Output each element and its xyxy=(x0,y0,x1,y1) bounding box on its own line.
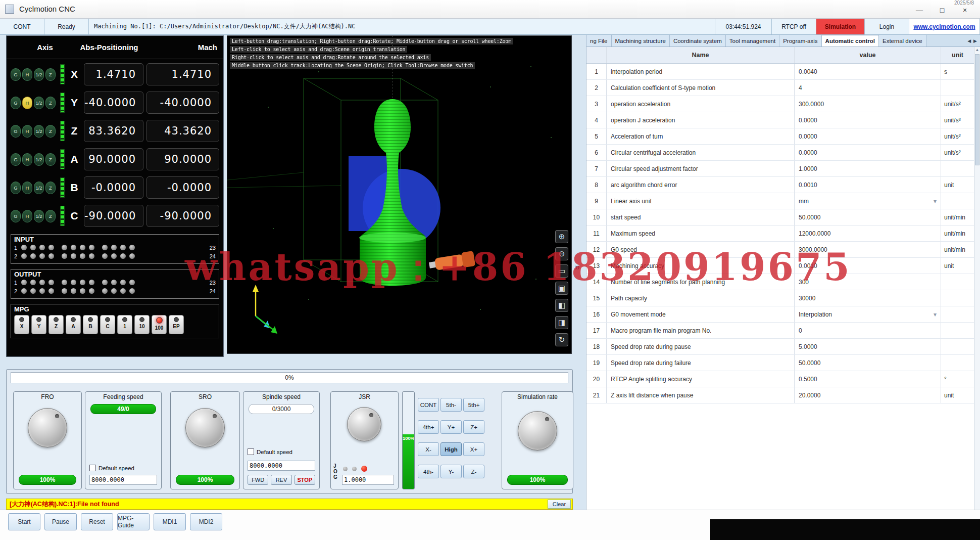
jog-button-high[interactable]: High xyxy=(440,442,462,456)
spindle-fwd-button[interactable]: FWD xyxy=(248,475,268,485)
mpg-button-1[interactable]: 1 xyxy=(117,315,132,334)
zoom-out-icon[interactable]: ⊖ xyxy=(555,247,568,260)
jog-speed-slider[interactable]: 100% xyxy=(402,391,415,489)
tab-coordinate-system[interactable]: Coordinate system xyxy=(670,35,726,47)
panel-collapse-handle[interactable]: » xyxy=(575,262,580,273)
mpg-button-10[interactable]: 10 xyxy=(134,315,150,334)
simulation-toggle[interactable]: Simulation xyxy=(816,19,865,34)
axis-y-mini-button-3[interactable]: Z xyxy=(45,97,56,109)
parameter-value[interactable]: 5.0000 xyxy=(795,339,941,354)
view-side-icon[interactable]: ◧ xyxy=(555,299,568,312)
parameter-value[interactable]: 50.0000 xyxy=(795,355,941,371)
mpg-button-a[interactable]: A xyxy=(66,315,81,334)
tab-programminusaxis[interactable]: Program-axis xyxy=(779,35,821,47)
mpg-button-z[interactable]: Z xyxy=(48,315,64,334)
axis-b-mini-button-2[interactable]: 1/2 xyxy=(34,182,44,194)
parameter-value[interactable]: 1.0000 xyxy=(795,161,941,176)
tab-automatic-control[interactable]: Automatic control xyxy=(822,35,879,47)
jog-button-5thminus[interactable]: 5th- xyxy=(440,398,462,412)
axis-a-mini-button-0[interactable]: G xyxy=(11,153,21,166)
tab-machining-structure[interactable]: Machining structure xyxy=(612,35,670,47)
parameter-value[interactable]: 0.0000 xyxy=(795,145,941,160)
axis-b-mini-button-3[interactable]: Z xyxy=(45,182,56,194)
mpg-button-y[interactable]: Y xyxy=(31,315,46,334)
feeding-default-speed-checkbox[interactable] xyxy=(89,465,96,471)
zoom-in-icon[interactable]: ⊕ xyxy=(555,230,568,243)
parameter-value[interactable]: 50.0000 xyxy=(795,209,941,225)
axis-c-mini-button-0[interactable]: G xyxy=(11,210,21,222)
3d-scene[interactable] xyxy=(227,36,572,354)
axis-x-mini-button-2[interactable]: 1/2 xyxy=(34,68,44,81)
jsr-knob[interactable] xyxy=(347,407,381,441)
mode-button[interactable]: CONT xyxy=(0,19,44,34)
parameter-value[interactable]: 4 xyxy=(795,80,941,96)
axis-y-mini-button-1[interactable]: H xyxy=(22,97,32,109)
axis-z-mini-button-3[interactable]: Z xyxy=(45,125,56,138)
parameter-value[interactable]: 0 xyxy=(795,323,941,338)
jog-button-xplus[interactable]: X+ xyxy=(463,442,484,456)
footer-mdi2-button[interactable]: MDI2 xyxy=(190,513,222,530)
alarm-clear-button[interactable]: Clear xyxy=(548,500,571,509)
axis-z-mini-button-2[interactable]: 1/2 xyxy=(34,125,44,138)
axis-a-mini-button-1[interactable]: H xyxy=(22,153,32,166)
axis-x-mini-button-0[interactable]: G xyxy=(11,68,21,81)
jog-step-input[interactable] xyxy=(342,475,394,485)
3d-viewport[interactable]: Left-button drag:translation; Right-butt… xyxy=(227,35,572,354)
parameter-value[interactable]: 0.0010 xyxy=(795,258,941,274)
axis-c-mini-button-1[interactable]: H xyxy=(22,210,32,222)
spindle-stop-button[interactable]: STOP xyxy=(295,475,315,485)
scroll-up-icon[interactable]: ▲ xyxy=(974,48,980,52)
footer-mdi1-button[interactable]: MDI1 xyxy=(154,513,186,530)
parameter-value[interactable]: 0.0040 xyxy=(795,64,941,79)
simulation-rate-knob[interactable] xyxy=(518,411,557,451)
mpg-button-c[interactable]: C xyxy=(100,315,115,334)
jog-button-zplus[interactable]: Z+ xyxy=(463,420,484,434)
jog-button-5thplus[interactable]: 5th+ xyxy=(463,398,484,412)
close-button[interactable]: × xyxy=(955,5,975,16)
axis-b-mini-button-1[interactable]: H xyxy=(22,182,32,194)
website-link[interactable]: www.cyclmotion.com xyxy=(909,19,980,34)
view-front-icon[interactable]: ▣ xyxy=(555,282,568,295)
login-button[interactable]: Login xyxy=(865,19,909,34)
jog-button-zminus[interactable]: Z- xyxy=(463,465,484,478)
tab-ng-file[interactable]: ng File xyxy=(586,35,612,47)
axis-c-mini-button-2[interactable]: 1/2 xyxy=(34,210,44,222)
mpg-button-x[interactable]: X xyxy=(14,315,29,334)
jog-button-cont[interactable]: CONT xyxy=(418,398,439,412)
tab-scroll-left-icon[interactable]: ◀ xyxy=(967,38,971,43)
jog-button-4thplus[interactable]: 4th+ xyxy=(418,420,439,434)
jog-button-yplus[interactable]: Y+ xyxy=(440,420,462,434)
minimize-button[interactable]: — xyxy=(909,5,929,16)
axis-a-mini-button-3[interactable]: Z xyxy=(45,153,56,166)
scrollbar-thumb[interactable] xyxy=(975,54,979,165)
spindle-speed-input[interactable] xyxy=(248,461,315,471)
tab-scroll-right-icon[interactable]: ▶ xyxy=(973,38,977,43)
footer-reset-button[interactable]: Reset xyxy=(81,513,113,530)
spindle-default-speed-checkbox[interactable] xyxy=(248,448,254,455)
axis-z-mini-button-0[interactable]: G xyxy=(11,125,21,138)
spindle-rev-button[interactable]: REV xyxy=(271,475,291,485)
jog-button-4thminus[interactable]: 4th- xyxy=(418,465,439,478)
mpg-button-ep[interactable]: EP xyxy=(169,315,184,334)
maximize-button[interactable]: □ xyxy=(932,5,952,16)
mpg-button-b[interactable]: B xyxy=(83,315,98,334)
table-scrollbar[interactable]: ▲ ▼ xyxy=(974,47,980,521)
axis-a-mini-button-2[interactable]: 1/2 xyxy=(34,153,44,166)
parameter-value[interactable]: 0.0010 xyxy=(795,177,941,193)
tab-external-device[interactable]: External device xyxy=(879,35,926,47)
parameter-value[interactable]: 30000 xyxy=(795,290,941,306)
footer-start-button[interactable]: Start xyxy=(8,513,40,530)
footer-mpgminusguide-button[interactable]: MPG-Guide xyxy=(117,513,150,530)
mpg-button-100[interactable]: 100 xyxy=(152,315,167,334)
axis-y-mini-button-2[interactable]: 1/2 xyxy=(34,97,44,109)
parameter-value[interactable]: 12000.0000 xyxy=(795,226,941,241)
sro-knob[interactable] xyxy=(185,408,225,447)
parameter-value[interactable]: 0.0000 xyxy=(795,112,941,128)
parameter-value[interactable]: 300.0000 xyxy=(795,96,941,112)
axis-z-mini-button-1[interactable]: H xyxy=(22,125,32,138)
axis-x-mini-button-3[interactable]: Z xyxy=(45,68,56,81)
footer-pause-button[interactable]: Pause xyxy=(44,513,77,530)
view-iso-icon[interactable]: ◨ xyxy=(555,316,568,329)
axis-b-mini-button-0[interactable]: G xyxy=(11,182,21,194)
axis-x-mini-button-1[interactable]: H xyxy=(22,68,32,81)
